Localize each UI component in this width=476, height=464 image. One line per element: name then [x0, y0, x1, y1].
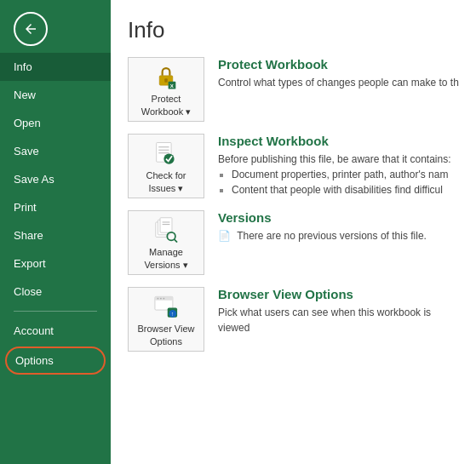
sidebar-item-save-as[interactable]: Save As — [0, 165, 111, 193]
sidebar-divider — [14, 311, 97, 312]
svg-rect-1 — [164, 78, 167, 82]
browser-view-desc: Pick what users can see when this workbo… — [218, 305, 459, 335]
svg-point-18 — [158, 298, 159, 300]
browser-view-icon-label: Browser ViewOptions — [137, 323, 194, 347]
browser-view-button[interactable]: X ↑ Browser ViewOptions — [128, 287, 204, 352]
inspect-workbook-text: Inspect Workbook Before publishing this … — [218, 134, 459, 198]
svg-rect-11 — [160, 218, 172, 232]
manage-versions-icon-label: ManageVersions ▾ — [144, 246, 187, 271]
svg-point-19 — [160, 298, 162, 300]
main-content: Info X ProtectWorkbook ▾ Protect Workboo… — [111, 0, 476, 464]
sidebar-item-save[interactable]: Save — [0, 137, 111, 165]
protect-workbook-text: Protect Workbook Control what types of c… — [218, 57, 459, 90]
inspect-workbook-card: Check forIssues ▾ Inspect Workbook Befor… — [128, 134, 459, 198]
inspect-workbook-title: Inspect Workbook — [218, 134, 459, 148]
sidebar-item-info[interactable]: Info — [0, 53, 111, 81]
versions-title: Versions — [218, 210, 459, 225]
versions-desc: 📄 There are no previous versions of this… — [218, 228, 459, 243]
sidebar-item-share[interactable]: Share — [0, 221, 111, 249]
protect-workbook-button[interactable]: X ProtectWorkbook ▾ — [128, 57, 204, 122]
svg-point-14 — [167, 232, 175, 241]
protect-workbook-card: X ProtectWorkbook ▾ Protect Workbook Con… — [128, 57, 459, 122]
sidebar-item-print[interactable]: Print — [0, 193, 111, 221]
svg-text:↑: ↑ — [171, 311, 174, 317]
versions-icon — [151, 216, 181, 243]
inspect-workbook-bullet-1: Document properties, printer path, autho… — [232, 167, 459, 182]
browser-view-text: Browser View Options Pick what users can… — [218, 287, 459, 335]
protect-workbook-desc: Control what types of changes people can… — [218, 75, 459, 90]
check-for-issues-button[interactable]: Check forIssues ▾ — [128, 134, 204, 198]
check-issues-icon-label: Check forIssues ▾ — [146, 169, 186, 194]
inspect-workbook-bullet-2: Content that people with disabilities fi… — [232, 182, 459, 198]
back-button[interactable] — [14, 12, 48, 46]
svg-point-20 — [163, 298, 165, 300]
browser-view-title: Browser View Options — [218, 287, 459, 301]
check-issues-icon — [151, 140, 181, 166]
manage-versions-button[interactable]: ManageVersions ▾ — [128, 210, 204, 275]
sidebar: Info New Open Save Save As Print Share E… — [0, 0, 111, 464]
sidebar-item-new[interactable]: New — [0, 81, 111, 109]
browser-view-card: X ↑ Browser ViewOptions Browser View Opt… — [128, 287, 459, 352]
lock-icon: X — [151, 63, 181, 89]
versions-card: ManageVersions ▾ Versions 📄 There are no… — [128, 210, 459, 275]
inspect-workbook-desc: Before publishing this file, be aware th… — [218, 152, 459, 167]
svg-line-15 — [175, 239, 177, 242]
sidebar-item-account[interactable]: Account — [0, 317, 111, 345]
sidebar-item-open[interactable]: Open — [0, 109, 111, 137]
sidebar-item-export[interactable]: Export — [0, 249, 111, 278]
protect-workbook-icon-label: ProtectWorkbook ▾ — [141, 93, 191, 117]
sidebar-item-options[interactable]: Options — [5, 347, 106, 375]
browser-view-icon: X ↑ — [151, 293, 181, 319]
versions-text: Versions 📄 There are no previous version… — [218, 210, 459, 243]
sidebar-item-close[interactable]: Close — [0, 278, 111, 306]
page-title: Info — [128, 17, 459, 43]
protect-workbook-title: Protect Workbook — [218, 57, 459, 72]
